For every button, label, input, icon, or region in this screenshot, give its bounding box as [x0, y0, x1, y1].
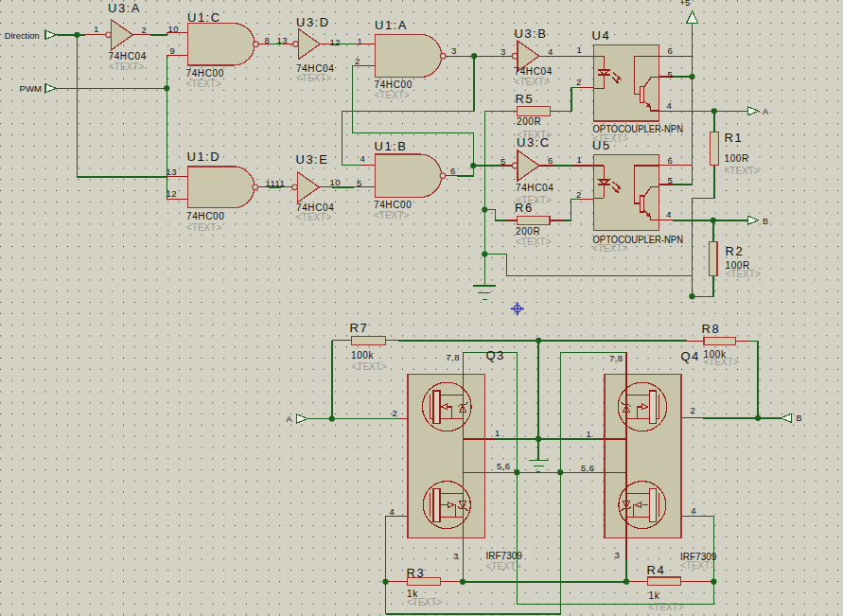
svg-text:5,6: 5,6: [497, 461, 510, 471]
svg-text:R5: R5: [516, 92, 535, 106]
svg-text:10: 10: [168, 24, 179, 34]
svg-text:4: 4: [548, 46, 553, 57]
svg-text:R8: R8: [702, 322, 721, 336]
svg-text:74HC04: 74HC04: [109, 51, 147, 62]
svg-text:A: A: [287, 414, 292, 424]
svg-text:<TEXT>: <TEXT>: [592, 243, 627, 254]
svg-text:<TEXT>: <TEXT>: [186, 79, 221, 89]
svg-text:Q4: Q4: [681, 349, 700, 363]
svg-text:5: 5: [501, 156, 506, 167]
svg-text:U3:D: U3:D: [296, 15, 330, 29]
svg-text:B: B: [763, 217, 768, 226]
svg-text:4: 4: [667, 100, 673, 111]
svg-text:10: 10: [330, 177, 341, 187]
svg-text:R2: R2: [726, 244, 745, 258]
svg-text:7,8: 7,8: [447, 352, 460, 362]
svg-text:2: 2: [142, 25, 148, 35]
svg-text:+5: +5: [680, 0, 691, 8]
svg-text:<TEXT>: <TEXT>: [374, 210, 409, 220]
svg-text:74HC00: 74HC00: [374, 200, 412, 210]
svg-text:<TEXT>: <TEXT>: [725, 166, 760, 176]
svg-text:<TEXT>: <TEXT>: [517, 130, 552, 140]
svg-text:<TEXT>: <TEXT>: [296, 212, 331, 222]
svg-text:R3: R3: [407, 566, 426, 580]
svg-text:8: 8: [265, 35, 271, 45]
svg-text:2: 2: [355, 56, 360, 66]
svg-text:U4: U4: [592, 28, 611, 43]
svg-text:1: 1: [577, 154, 583, 165]
svg-text:<TEXT>: <TEXT>: [109, 62, 144, 72]
svg-text:100k: 100k: [351, 350, 374, 361]
svg-text:5: 5: [668, 175, 674, 185]
svg-text:A: A: [763, 107, 768, 116]
svg-text:Direction: Direction: [5, 30, 40, 41]
svg-text:7,8: 7,8: [609, 353, 623, 363]
svg-text:R4: R4: [647, 563, 666, 577]
svg-text:2: 2: [393, 408, 398, 418]
svg-text:<TEXT>: <TEXT>: [375, 90, 410, 100]
svg-text:74HC00: 74HC00: [375, 79, 413, 90]
svg-text:200R: 200R: [516, 226, 540, 237]
svg-text:<TEXT>: <TEXT>: [593, 133, 628, 144]
svg-text:5: 5: [668, 69, 674, 79]
svg-text:1111: 1111: [266, 178, 286, 188]
svg-text:<TEXT>: <TEXT>: [649, 602, 684, 612]
svg-text:U3:A: U3:A: [108, 1, 141, 15]
svg-text:5,6: 5,6: [581, 463, 594, 473]
svg-text:13: 13: [277, 35, 288, 45]
svg-text:74HC04: 74HC04: [516, 183, 553, 193]
svg-text:B: B: [797, 414, 802, 423]
svg-text:2: 2: [576, 77, 582, 87]
svg-text:3: 3: [501, 46, 506, 57]
svg-text:PWM: PWM: [20, 83, 42, 94]
svg-text:74HC04: 74HC04: [515, 66, 553, 77]
svg-text:<TEXT>: <TEXT>: [296, 73, 331, 83]
svg-text:1k: 1k: [649, 590, 660, 601]
svg-text:12: 12: [167, 188, 177, 199]
svg-text:4: 4: [666, 209, 672, 220]
svg-text:<TEXT>: <TEXT>: [486, 561, 521, 572]
svg-text:6: 6: [668, 155, 674, 166]
svg-text:6: 6: [450, 166, 456, 176]
svg-text:12: 12: [330, 37, 341, 47]
svg-text:3: 3: [451, 45, 457, 56]
svg-text:9: 9: [170, 45, 176, 56]
svg-text:<TEXT>: <TEXT>: [517, 195, 552, 205]
svg-text:6: 6: [668, 45, 674, 56]
svg-text:1: 1: [495, 428, 501, 438]
svg-text:1: 1: [587, 429, 592, 439]
svg-text:100R: 100R: [725, 153, 749, 164]
svg-text:1: 1: [577, 44, 583, 55]
svg-text:3: 3: [615, 550, 621, 560]
svg-text:2: 2: [691, 405, 696, 415]
svg-text:<TEXT>: <TEXT>: [516, 237, 551, 247]
svg-text:<TEXT>: <TEXT>: [704, 357, 739, 367]
svg-text:R7: R7: [350, 321, 369, 335]
svg-text:200R: 200R: [517, 116, 541, 127]
svg-text:<TEXT>: <TEXT>: [407, 597, 442, 607]
svg-text:<TEXT>: <TEXT>: [186, 222, 221, 233]
svg-text:U1:D: U1:D: [187, 150, 221, 164]
svg-text:R1: R1: [725, 131, 744, 145]
svg-text:U3:B: U3:B: [515, 26, 548, 41]
svg-text:1: 1: [94, 24, 99, 34]
svg-text:4: 4: [691, 505, 696, 516]
svg-text:74HC00: 74HC00: [186, 211, 224, 221]
svg-text:<TEXT>: <TEXT>: [515, 77, 550, 87]
svg-text:Q3: Q3: [486, 348, 505, 362]
svg-text:U1:A: U1:A: [375, 18, 408, 32]
svg-text:<TEXT>: <TEXT>: [680, 560, 715, 571]
svg-text:6: 6: [548, 155, 553, 166]
svg-text:IRF7309: IRF7309: [486, 551, 523, 561]
svg-text:13: 13: [167, 167, 177, 177]
svg-text:<TEXT>: <TEXT>: [352, 361, 387, 372]
svg-text:4: 4: [390, 506, 395, 517]
svg-text:2: 2: [576, 189, 582, 200]
svg-text:U1:B: U1:B: [375, 139, 408, 153]
svg-text:<TEXT>: <TEXT>: [726, 269, 761, 279]
svg-text:4: 4: [360, 153, 366, 164]
svg-text:1: 1: [358, 36, 363, 46]
svg-text:U3:E: U3:E: [296, 152, 329, 167]
svg-text:U1:C: U1:C: [187, 10, 221, 25]
svg-text:74HC00: 74HC00: [186, 68, 224, 79]
